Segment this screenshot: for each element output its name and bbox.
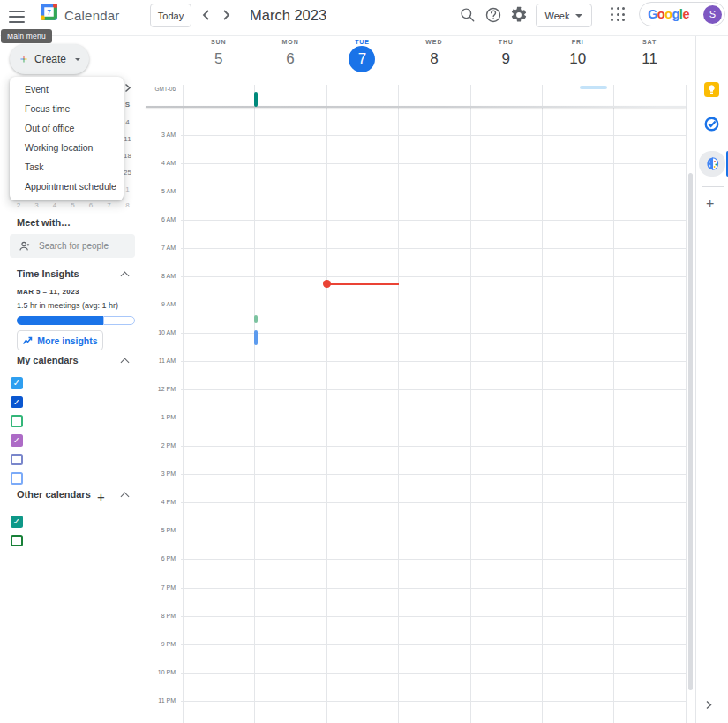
hour-label-2-pm: 2 PM xyxy=(139,442,176,448)
create-menu-item-working-location[interactable]: Working location xyxy=(10,138,124,157)
search-icon[interactable] xyxy=(459,6,477,24)
collapse-other-calendars-icon[interactable] xyxy=(121,493,130,501)
avatar[interactable]: S xyxy=(703,5,722,24)
create-menu-item-appointment-schedule[interactable]: Appointment schedule xyxy=(10,177,124,196)
my-calendar-checkbox-0[interactable]: ✓ xyxy=(11,377,23,389)
mini-cal-next-month-icon[interactable] xyxy=(124,83,131,93)
day-header-mon[interactable]: MON6 xyxy=(254,39,326,81)
day-header-tue[interactable]: TUE7 xyxy=(326,39,398,81)
get-addons-icon[interactable]: + xyxy=(706,196,714,212)
weekday-label: SUN xyxy=(183,39,254,45)
next-week-icon[interactable] xyxy=(219,8,233,22)
mini-cal-date-7[interactable]: 7 xyxy=(101,201,117,209)
main-menu-icon[interactable] xyxy=(9,11,25,23)
chevron-down-icon xyxy=(575,14,582,18)
day-header-sun[interactable]: SUN5 xyxy=(183,39,254,81)
other-calendar-checkbox-0[interactable]: ✓ xyxy=(11,516,23,528)
allday-teal-event[interactable] xyxy=(254,92,259,107)
account-chip[interactable]: Google S xyxy=(639,2,725,26)
keep-icon[interactable] xyxy=(704,82,719,97)
grid-hour-line xyxy=(181,361,687,362)
grid-column-line xyxy=(613,85,614,723)
hide-side-panel-icon[interactable] xyxy=(705,700,712,710)
grid-hour-line xyxy=(181,559,687,560)
weekday-label: SAT xyxy=(613,39,685,45)
mini-cal-date-6[interactable]: 6 xyxy=(83,201,99,209)
create-button[interactable]: Create xyxy=(10,44,89,74)
mini-cal-date-4[interactable]: 4 xyxy=(47,201,63,209)
grid-hour-line xyxy=(181,135,687,136)
hour-label-11-am: 11 AM xyxy=(139,358,176,364)
my-calendar-checkbox-2[interactable] xyxy=(11,415,23,427)
help-icon[interactable] xyxy=(484,6,502,24)
tasks-icon[interactable] xyxy=(704,117,719,132)
grid-hour-line xyxy=(181,389,687,390)
view-selector-button[interactable]: Week xyxy=(536,4,592,27)
create-menu-item-event[interactable]: Event xyxy=(10,79,124,99)
hour-label-9-am: 9 AM xyxy=(139,301,176,307)
my-calendar-checkbox-1[interactable]: ✓ xyxy=(11,396,23,409)
grid-hour-line xyxy=(181,276,687,277)
day-header-sat[interactable]: SAT11 xyxy=(613,39,685,81)
date-number: 9 xyxy=(470,48,542,71)
hour-label-8-pm: 8 PM xyxy=(139,613,176,619)
search-people-input[interactable]: Search for people xyxy=(10,234,135,258)
my-calendar-checkbox-3[interactable]: ✓ xyxy=(11,434,23,447)
my-calendars-title[interactable]: My calendars xyxy=(17,355,79,365)
morning-sage-event[interactable] xyxy=(254,315,259,323)
hour-label-10-pm: 10 PM xyxy=(139,669,176,675)
grid-column-line xyxy=(398,85,399,723)
other-calendars-title[interactable]: Other calendars xyxy=(17,489,91,500)
other-calendar-checkbox-1[interactable] xyxy=(11,535,23,547)
time-insights-summary: 1.5 hr in meetings (avg: 1 hr) xyxy=(17,301,118,310)
grid-column-line xyxy=(686,85,687,723)
add-other-calendars-icon[interactable]: + xyxy=(97,489,105,504)
day-header-wed[interactable]: WED8 xyxy=(398,39,469,81)
friday-allday-chip[interactable] xyxy=(580,86,607,90)
mini-cal-date-8[interactable]: 8 xyxy=(120,201,136,209)
grid-hour-line xyxy=(181,616,687,617)
google-apps-icon[interactable] xyxy=(611,7,626,22)
grid-hour-line xyxy=(181,588,687,589)
addon-active-background[interactable] xyxy=(699,151,725,177)
today-button[interactable]: Today xyxy=(150,4,191,27)
collapse-time-insights-icon[interactable] xyxy=(121,272,130,281)
other-calendars-list: ✓ xyxy=(11,516,23,554)
create-menu-item-out-of-office[interactable]: Out of office xyxy=(10,118,124,138)
time-insights-title[interactable]: Time Insights xyxy=(17,268,79,279)
more-insights-button[interactable]: More insights xyxy=(17,330,103,350)
addon-brain-icon[interactable] xyxy=(705,156,720,171)
main-menu-tooltip: Main menu xyxy=(1,29,52,43)
hour-label-5-am: 5 AM xyxy=(139,188,176,194)
mini-cal-date-5[interactable]: 5 xyxy=(65,201,81,209)
create-menu-item-focus-time[interactable]: Focus time xyxy=(10,99,124,118)
hour-label-7-am: 7 AM xyxy=(139,245,176,251)
settings-gear-icon[interactable] xyxy=(510,6,528,24)
grid-hour-line xyxy=(181,644,687,645)
hour-label-4-pm: 4 PM xyxy=(139,499,176,505)
google-logo-letter: e xyxy=(682,7,689,21)
weekday-label: THU xyxy=(470,39,542,45)
my-calendar-checkbox-5[interactable] xyxy=(11,472,23,485)
mini-cal-date-2[interactable]: 2 xyxy=(11,201,26,209)
vertical-scrollbar[interactable] xyxy=(688,173,693,690)
create-menu-item-task[interactable]: Task xyxy=(10,157,124,177)
progress-remainder xyxy=(103,316,135,325)
previous-week-icon[interactable] xyxy=(199,8,214,22)
current-range-title: March 2023 xyxy=(250,7,326,24)
chevron-down-icon xyxy=(75,58,80,61)
side-panel-divider xyxy=(702,186,724,187)
morning-blue-event[interactable] xyxy=(254,330,259,345)
day-header-fri[interactable]: FRI10 xyxy=(542,39,613,81)
date-number: 10 xyxy=(542,48,613,71)
mini-cal-date-3[interactable]: 3 xyxy=(29,201,45,209)
weekday-label: MON xyxy=(254,39,326,45)
google-logo: Google xyxy=(648,7,689,21)
meetings-progress-bar xyxy=(17,316,135,325)
hour-label-6-am: 6 AM xyxy=(139,216,176,222)
grid-hour-line xyxy=(181,502,687,503)
collapse-my-calendars-icon[interactable] xyxy=(121,358,130,367)
day-header-thu[interactable]: THU9 xyxy=(470,39,542,81)
my-calendar-checkbox-4[interactable] xyxy=(11,454,23,466)
today-date-circle[interactable]: 7 xyxy=(349,46,375,72)
